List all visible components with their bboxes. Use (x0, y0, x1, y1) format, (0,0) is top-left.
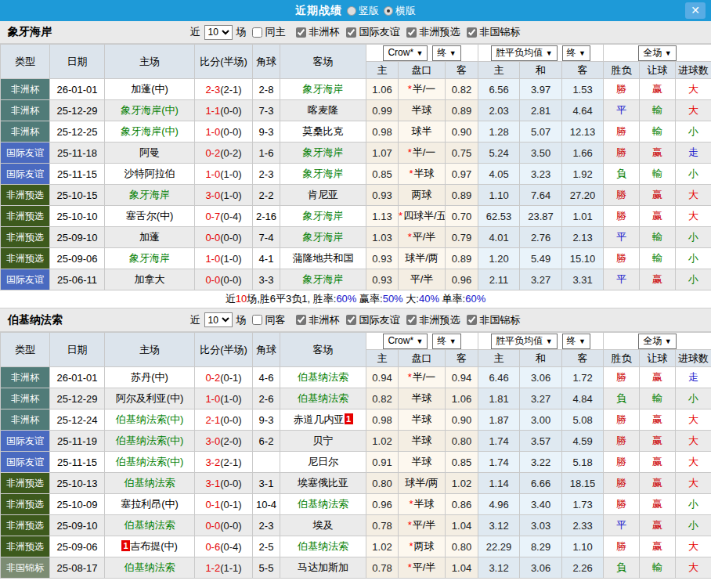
score: 0-1(0-1) (195, 494, 253, 515)
wdl-average-select[interactable]: 胜平负均值 ▼ (491, 334, 557, 349)
competition-checkbox-2[interactable] (406, 27, 417, 38)
odds-home: 0.94 (366, 367, 399, 388)
handicap-star-icon: * (408, 371, 412, 383)
match-date: 25-10-13 (50, 473, 105, 494)
titlebar: 近期战绩 竖版 横版 ✕ (0, 0, 711, 21)
home-team: 阿曼 (105, 142, 195, 164)
match-row: 国际友谊25-11-18阿曼0-2(0-2)1-6象牙海岸1.07*半/一0.7… (1, 142, 711, 164)
competition-checkbox-2[interactable] (406, 315, 417, 325)
fulltime-select[interactable]: 全场 ▼ (638, 334, 676, 349)
avg-draw: 3.97 (520, 79, 562, 100)
corner-count: 2-6 (253, 388, 280, 409)
odds-stage-select[interactable]: 终 ▼ (432, 45, 460, 61)
games-count-select[interactable]: 10 (204, 25, 233, 40)
result-handicap: 赢 (640, 452, 676, 473)
odds-away: 0.90 (446, 409, 478, 431)
fulltime-select[interactable]: 全场 ▼ (638, 45, 676, 61)
team-filter-bar: 伯基纳法索近10场同客非洲杯国际友谊非洲预选非国锦标 (0, 308, 711, 332)
competition-checkbox-1[interactable] (346, 315, 356, 325)
layout-vertical-option[interactable]: 竖版 (347, 4, 379, 18)
result-goals: 大 (676, 557, 711, 579)
wdl-stage-select[interactable]: 终 ▼ (562, 45, 590, 61)
result-goals: 小 (676, 515, 711, 536)
avg-win: 6.46 (478, 367, 520, 388)
layout-vertical-label[interactable]: 竖版 (359, 4, 379, 18)
halftime-score: (0-4) (220, 541, 241, 553)
avg-draw: 6.66 (520, 473, 562, 494)
sub-header-6: 胜负 (604, 350, 640, 367)
avg-draw: 23.87 (520, 206, 562, 227)
layout-horizontal-option[interactable]: 横版 (384, 4, 416, 18)
team-name-text: 加蓬 (139, 231, 160, 243)
home-team: 象牙海岸 (105, 248, 195, 269)
avg-lose: 1.01 (562, 206, 604, 227)
match-row: 非洲预选25-09-06象牙海岸1-0(1-0)4-1蒲隆地共和国0.93球半/… (1, 248, 711, 269)
result-wdl: 勝 (604, 431, 640, 452)
odds-company-select[interactable]: Crow* ▼ (383, 45, 428, 61)
match-date: 25-12-29 (50, 388, 105, 409)
result-goals: 小 (676, 164, 711, 185)
away-team: 象牙海岸 (280, 227, 366, 248)
summary-part-8: 单率: (439, 293, 465, 305)
same-venue-checkbox[interactable] (252, 315, 262, 325)
odds-away: 0.89 (446, 100, 478, 121)
column-header-2: 主场 (105, 333, 195, 367)
avg-draw: 2.76 (520, 227, 562, 248)
home-team: 伯基纳法索 (105, 473, 195, 494)
away-team: 象牙海岸 (280, 269, 366, 290)
wdl-average-select[interactable]: 胜平负均值 ▼ (491, 45, 557, 61)
result-handicap: 赢 (640, 536, 676, 557)
close-icon[interactable]: ✕ (685, 2, 706, 19)
avg-draw: 7.64 (520, 185, 562, 206)
avg-lose: 12.13 (562, 121, 604, 142)
home-team: 象牙海岸 (105, 185, 195, 206)
away-team: 伯基纳法索 (280, 494, 366, 515)
avg-win: 4.05 (478, 164, 520, 185)
away-team: 蒲隆地共和国 (280, 248, 366, 269)
team-name-text: 马达加斯加 (298, 561, 348, 573)
competition-type-badge: 非洲预选 (1, 473, 50, 494)
competition-checkbox-3[interactable] (467, 27, 477, 38)
chevron-down-icon: ▼ (665, 49, 672, 57)
match-date: 25-12-29 (50, 100, 105, 121)
competition-type-badge: 非洲杯 (1, 388, 50, 409)
handicap-line: *半/一 (399, 79, 446, 100)
home-team: 阿尔及利亚(中) (105, 388, 195, 409)
odds-away: 1.04 (446, 557, 478, 579)
avg-lose: 1.73 (562, 494, 604, 515)
odds-home: 0.80 (366, 473, 399, 494)
sub-header-2: 客 (446, 62, 478, 79)
competition-checkbox-1[interactable] (346, 27, 356, 38)
layout-horizontal-label[interactable]: 横版 (395, 4, 416, 18)
halftime-score: (0-0) (220, 105, 241, 117)
games-count-select[interactable]: 10 (204, 312, 233, 327)
result-goals: 走 (676, 367, 711, 388)
odds-stage-select[interactable]: 终 ▼ (432, 334, 460, 349)
avg-win: 22.29 (478, 536, 520, 557)
team-name-text: 象牙海岸 (303, 231, 344, 243)
radio-unselected-icon[interactable] (347, 6, 356, 16)
result-handicap: 赢 (640, 431, 676, 452)
odds-home: 1.03 (366, 227, 399, 248)
avg-draw: 8.29 (520, 536, 562, 557)
wdl-stage-select[interactable]: 终 ▼ (562, 334, 590, 349)
corner-count: 7-4 (253, 227, 280, 248)
competition-checkbox-0[interactable] (296, 27, 306, 38)
filter-controls: 近10场同主非洲杯国际友谊非洲预选非国锦标 (190, 25, 522, 40)
radio-selected-icon[interactable] (384, 6, 393, 16)
competition-checkbox-3[interactable] (467, 315, 477, 325)
handicap-line: *平/半 (399, 227, 446, 248)
competition-checkbox-0[interactable] (296, 315, 306, 325)
column-header-1: 日期 (50, 333, 105, 367)
competition-type-badge: 非洲杯 (1, 367, 50, 388)
result-handicap: 赢 (640, 367, 676, 388)
chevron-down-icon: ▼ (416, 49, 423, 57)
match-date: 26-01-01 (50, 367, 105, 388)
away-team: 伯基纳法索 (280, 367, 366, 388)
odds-away: 1.06 (446, 388, 478, 409)
same-venue-checkbox[interactable] (252, 27, 262, 38)
corner-count: 9-3 (253, 121, 280, 142)
odds-away: 0.86 (446, 494, 478, 515)
competition-type-badge: 非洲杯 (1, 121, 50, 142)
odds-company-select[interactable]: Crow* ▼ (383, 334, 428, 349)
